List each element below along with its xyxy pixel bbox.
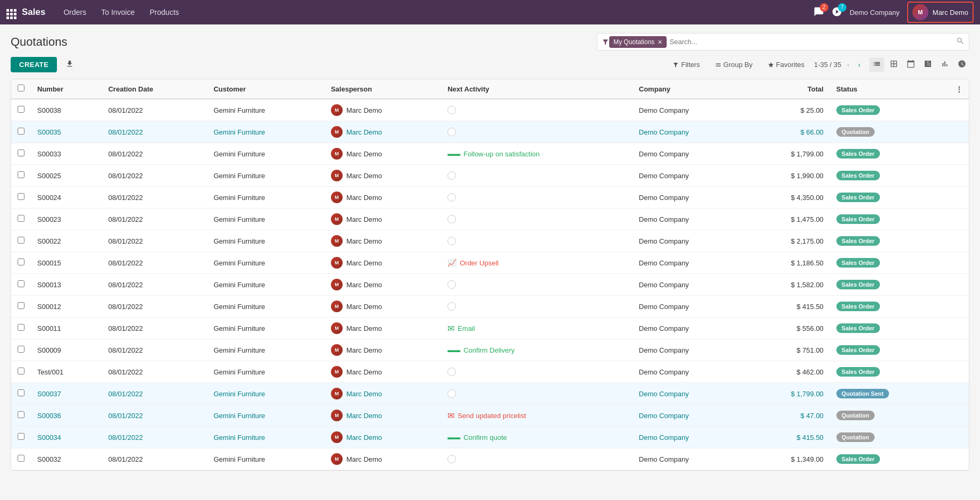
number-cell[interactable]: S00035 bbox=[31, 121, 102, 143]
row-checkbox[interactable] bbox=[18, 149, 24, 156]
customer-name[interactable]: Gemini Furniture bbox=[213, 128, 265, 136]
col-customer[interactable]: Customer bbox=[207, 79, 324, 99]
number-cell[interactable]: S00037 bbox=[31, 383, 102, 405]
customer-name[interactable]: Gemini Furniture bbox=[213, 412, 265, 420]
company-name[interactable]: Demo Company bbox=[639, 412, 689, 420]
row-options[interactable] bbox=[949, 165, 969, 187]
order-date[interactable]: 08/01/2022 bbox=[108, 128, 143, 136]
view-kanban-icon[interactable] bbox=[886, 57, 901, 72]
activity-cell-container[interactable] bbox=[441, 274, 633, 296]
row-options[interactable] bbox=[949, 318, 969, 339]
row-options[interactable] bbox=[949, 99, 969, 121]
col-company[interactable]: Company bbox=[633, 79, 747, 99]
create-button[interactable]: CREATE bbox=[11, 57, 57, 72]
activity-cell-container[interactable] bbox=[441, 165, 633, 187]
activity-cell-container[interactable] bbox=[441, 209, 633, 230]
row-checkbox[interactable] bbox=[18, 171, 24, 178]
row-checkbox-cell[interactable] bbox=[11, 121, 31, 143]
row-checkbox-cell[interactable] bbox=[11, 230, 31, 252]
order-number-link[interactable]: S00035 bbox=[37, 128, 61, 136]
row-checkbox-cell[interactable] bbox=[11, 318, 31, 339]
row-options[interactable] bbox=[949, 230, 969, 252]
select-all-checkbox-cell[interactable] bbox=[11, 79, 31, 99]
filter-tag-remove[interactable]: × bbox=[658, 38, 662, 46]
customer-name[interactable]: Gemini Furniture bbox=[213, 434, 265, 441]
row-options[interactable] bbox=[949, 121, 969, 143]
messages-icon-button[interactable]: 2 bbox=[813, 6, 824, 19]
row-checkbox-cell[interactable] bbox=[11, 448, 31, 470]
activity-cell-container[interactable]: ▬▬Confirm Delivery bbox=[441, 339, 633, 361]
row-checkbox[interactable] bbox=[18, 259, 24, 265]
activity-cell-container[interactable] bbox=[441, 99, 633, 121]
number-cell[interactable]: S00038 bbox=[31, 99, 102, 121]
row-checkbox-cell[interactable] bbox=[11, 99, 31, 121]
row-checkbox-cell[interactable] bbox=[11, 274, 31, 296]
row-options[interactable] bbox=[949, 339, 969, 361]
grid-menu-icon[interactable] bbox=[6, 5, 16, 19]
row-checkbox[interactable] bbox=[18, 411, 24, 418]
number-cell[interactable]: S00012 bbox=[31, 296, 102, 318]
row-checkbox[interactable] bbox=[18, 368, 24, 374]
number-cell[interactable]: S00023 bbox=[31, 209, 102, 230]
row-checkbox-cell[interactable] bbox=[11, 143, 31, 165]
row-checkbox[interactable] bbox=[18, 193, 24, 200]
row-options[interactable] bbox=[949, 209, 969, 230]
view-pivot-icon[interactable] bbox=[920, 57, 935, 72]
row-checkbox-cell[interactable] bbox=[11, 187, 31, 209]
activity-cell-container[interactable] bbox=[441, 230, 633, 252]
activity-cell-container[interactable]: 📈Order Upsell bbox=[441, 252, 633, 274]
row-checkbox[interactable] bbox=[18, 433, 24, 440]
row-checkbox[interactable] bbox=[18, 346, 24, 353]
activities-icon-button[interactable]: 7 bbox=[832, 6, 842, 19]
filter-tag-my-quotations[interactable]: My Quotations × bbox=[609, 36, 667, 48]
row-options[interactable] bbox=[949, 361, 969, 383]
favorites-button[interactable]: Favorites bbox=[765, 59, 808, 71]
order-date[interactable]: 08/01/2022 bbox=[108, 412, 143, 420]
activity-cell-container[interactable]: ▬▬Follow-up on satisfaction bbox=[441, 143, 633, 165]
row-checkbox-cell[interactable] bbox=[11, 383, 31, 405]
col-status[interactable]: Status bbox=[830, 79, 949, 99]
activity-cell-container[interactable] bbox=[441, 383, 633, 405]
order-number-link[interactable]: S00036 bbox=[37, 412, 61, 420]
col-number[interactable]: Number bbox=[31, 79, 102, 99]
view-activity-icon[interactable] bbox=[954, 57, 969, 72]
number-cell[interactable]: S00015 bbox=[31, 252, 102, 274]
activity-cell-container[interactable]: ✉Send updated pricelist bbox=[441, 405, 633, 427]
row-checkbox[interactable] bbox=[18, 455, 24, 462]
activity-cell-container[interactable]: ✉Email bbox=[441, 318, 633, 339]
row-checkbox-cell[interactable] bbox=[11, 427, 31, 448]
search-box[interactable]: My Quotations × bbox=[597, 33, 969, 51]
col-total[interactable]: Total bbox=[747, 79, 830, 99]
nav-products[interactable]: Products bbox=[144, 5, 184, 20]
row-checkbox-cell[interactable] bbox=[11, 339, 31, 361]
navbar-user-menu[interactable]: M Marc Demo bbox=[907, 2, 974, 23]
row-checkbox-cell[interactable] bbox=[11, 361, 31, 383]
activity-cell-container[interactable] bbox=[441, 448, 633, 470]
activity-cell-container[interactable] bbox=[441, 361, 633, 383]
col-creation-date[interactable]: Creation Date bbox=[102, 79, 207, 99]
activity-cell-container[interactable] bbox=[441, 296, 633, 318]
number-cell[interactable]: S00011 bbox=[31, 318, 102, 339]
nav-to-invoice[interactable]: To Invoice bbox=[96, 5, 140, 20]
nav-orders[interactable]: Orders bbox=[58, 5, 92, 20]
number-cell[interactable]: S00024 bbox=[31, 187, 102, 209]
row-checkbox[interactable] bbox=[18, 128, 24, 135]
pagination-prev[interactable]: ‹ bbox=[844, 60, 852, 70]
row-checkbox[interactable] bbox=[18, 215, 24, 222]
row-options[interactable] bbox=[949, 187, 969, 209]
view-graph-icon[interactable] bbox=[937, 57, 952, 72]
search-input[interactable] bbox=[667, 36, 954, 48]
pagination-next[interactable]: › bbox=[856, 60, 863, 70]
number-cell[interactable]: S00032 bbox=[31, 448, 102, 470]
group-by-button[interactable]: Group By bbox=[712, 59, 756, 71]
company-name[interactable]: Demo Company bbox=[639, 434, 689, 441]
number-cell[interactable]: S00034 bbox=[31, 427, 102, 448]
col-salesperson[interactable]: Salesperson bbox=[325, 79, 441, 99]
customer-name[interactable]: Gemini Furniture bbox=[213, 390, 265, 398]
row-checkbox[interactable] bbox=[18, 324, 24, 331]
search-submit-icon[interactable] bbox=[956, 37, 965, 47]
row-options[interactable] bbox=[949, 252, 969, 274]
export-button[interactable] bbox=[61, 57, 78, 72]
company-name[interactable]: Demo Company bbox=[639, 390, 689, 398]
row-checkbox-cell[interactable] bbox=[11, 165, 31, 187]
